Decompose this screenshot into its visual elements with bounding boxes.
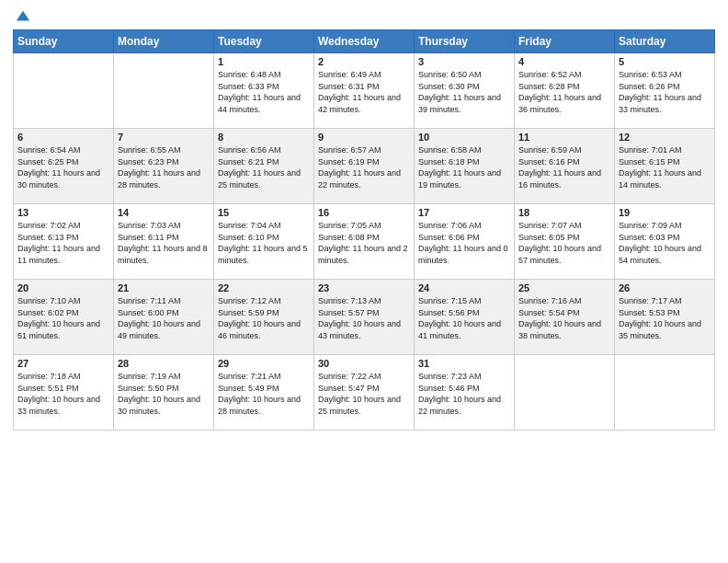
day-number: 4 — [518, 56, 610, 67]
calendar-cell — [515, 355, 615, 431]
week-row-3: 13Sunrise: 7:02 AM Sunset: 6:13 PM Dayli… — [14, 204, 715, 280]
logo-text — [13, 9, 31, 26]
day-number: 14 — [118, 207, 210, 218]
day-info: Sunrise: 7:09 AM Sunset: 6:03 PM Dayligh… — [619, 220, 711, 266]
day-info: Sunrise: 6:49 AM Sunset: 6:31 PM Dayligh… — [318, 69, 410, 115]
day-number: 3 — [418, 56, 510, 67]
header-saturday: Saturday — [615, 30, 715, 53]
day-info: Sunrise: 7:15 AM Sunset: 5:56 PM Dayligh… — [418, 295, 510, 341]
day-number: 21 — [118, 282, 210, 293]
day-info: Sunrise: 7:17 AM Sunset: 5:53 PM Dayligh… — [619, 295, 711, 341]
calendar-cell: 22Sunrise: 7:12 AM Sunset: 5:59 PM Dayli… — [214, 280, 314, 355]
header-thursday: Thursday — [415, 30, 515, 53]
day-info: Sunrise: 7:07 AM Sunset: 6:05 PM Dayligh… — [518, 220, 610, 266]
calendar-cell: 6Sunrise: 6:54 AM Sunset: 6:25 PM Daylig… — [14, 129, 114, 204]
calendar-cell: 5Sunrise: 6:53 AM Sunset: 6:26 PM Daylig… — [615, 53, 715, 129]
logo-icon — [15, 9, 31, 26]
calendar-cell: 13Sunrise: 7:02 AM Sunset: 6:13 PM Dayli… — [14, 204, 114, 280]
calendar-cell: 4Sunrise: 6:52 AM Sunset: 6:28 PM Daylig… — [515, 53, 615, 129]
day-info: Sunrise: 7:18 AM Sunset: 5:51 PM Dayligh… — [17, 371, 109, 417]
day-info: Sunrise: 6:56 AM Sunset: 6:21 PM Dayligh… — [218, 144, 310, 190]
calendar-cell — [14, 53, 114, 129]
day-number: 1 — [218, 56, 310, 67]
day-info: Sunrise: 7:05 AM Sunset: 6:08 PM Dayligh… — [318, 220, 410, 266]
day-info: Sunrise: 7:21 AM Sunset: 5:49 PM Dayligh… — [218, 371, 310, 417]
day-info: Sunrise: 7:03 AM Sunset: 6:11 PM Dayligh… — [118, 220, 210, 266]
day-number: 13 — [17, 207, 109, 218]
calendar-cell: 3Sunrise: 6:50 AM Sunset: 6:30 PM Daylig… — [415, 53, 515, 129]
day-number: 24 — [418, 282, 510, 293]
calendar-cell: 30Sunrise: 7:22 AM Sunset: 5:47 PM Dayli… — [314, 355, 415, 431]
header-friday: Friday — [515, 30, 615, 53]
calendar-cell: 19Sunrise: 7:09 AM Sunset: 6:03 PM Dayli… — [615, 204, 715, 280]
calendar-cell: 27Sunrise: 7:18 AM Sunset: 5:51 PM Dayli… — [14, 355, 114, 431]
day-number: 2 — [318, 56, 410, 67]
day-info: Sunrise: 7:11 AM Sunset: 6:00 PM Dayligh… — [118, 295, 210, 341]
day-number: 19 — [619, 207, 711, 218]
calendar-cell: 25Sunrise: 7:16 AM Sunset: 5:54 PM Dayli… — [515, 280, 615, 355]
logo — [13, 9, 31, 22]
calendar-cell: 18Sunrise: 7:07 AM Sunset: 6:05 PM Dayli… — [515, 204, 615, 280]
calendar-cell: 17Sunrise: 7:06 AM Sunset: 6:06 PM Dayli… — [415, 204, 515, 280]
header — [13, 9, 715, 22]
calendar-cell: 26Sunrise: 7:17 AM Sunset: 5:53 PM Dayli… — [615, 280, 715, 355]
calendar-cell: 20Sunrise: 7:10 AM Sunset: 6:02 PM Dayli… — [14, 280, 114, 355]
day-info: Sunrise: 7:06 AM Sunset: 6:06 PM Dayligh… — [418, 220, 510, 266]
week-row-2: 6Sunrise: 6:54 AM Sunset: 6:25 PM Daylig… — [14, 129, 715, 204]
day-info: Sunrise: 7:13 AM Sunset: 5:57 PM Dayligh… — [318, 295, 410, 341]
day-number: 20 — [17, 282, 109, 293]
day-number: 30 — [318, 358, 410, 369]
day-info: Sunrise: 7:04 AM Sunset: 6:10 PM Dayligh… — [218, 220, 310, 266]
day-number: 7 — [118, 132, 210, 143]
day-info: Sunrise: 6:57 AM Sunset: 6:19 PM Dayligh… — [318, 144, 410, 190]
calendar-page: SundayMondayTuesdayWednesdayThursdayFrid… — [0, 0, 728, 563]
calendar-cell: 21Sunrise: 7:11 AM Sunset: 6:00 PM Dayli… — [114, 280, 214, 355]
day-info: Sunrise: 6:52 AM Sunset: 6:28 PM Dayligh… — [518, 69, 610, 115]
day-info: Sunrise: 7:16 AM Sunset: 5:54 PM Dayligh… — [518, 295, 610, 341]
day-number: 10 — [418, 132, 510, 143]
day-number: 28 — [118, 358, 210, 369]
calendar-cell: 24Sunrise: 7:15 AM Sunset: 5:56 PM Dayli… — [415, 280, 515, 355]
calendar-cell: 31Sunrise: 7:23 AM Sunset: 5:46 PM Dayli… — [415, 355, 515, 431]
calendar-cell: 14Sunrise: 7:03 AM Sunset: 6:11 PM Dayli… — [114, 204, 214, 280]
calendar-cell: 29Sunrise: 7:21 AM Sunset: 5:49 PM Dayli… — [214, 355, 314, 431]
day-number: 31 — [418, 358, 510, 369]
day-number: 27 — [17, 358, 109, 369]
day-number: 26 — [619, 282, 711, 293]
calendar-cell: 10Sunrise: 6:58 AM Sunset: 6:18 PM Dayli… — [415, 129, 515, 204]
day-info: Sunrise: 6:50 AM Sunset: 6:30 PM Dayligh… — [418, 69, 510, 115]
day-number: 17 — [418, 207, 510, 218]
calendar-table: SundayMondayTuesdayWednesdayThursdayFrid… — [13, 29, 715, 431]
day-info: Sunrise: 6:58 AM Sunset: 6:18 PM Dayligh… — [418, 144, 510, 190]
calendar-cell — [114, 53, 214, 129]
calendar-cell: 28Sunrise: 7:19 AM Sunset: 5:50 PM Dayli… — [114, 355, 214, 431]
day-number: 9 — [318, 132, 410, 143]
calendar-cell: 7Sunrise: 6:55 AM Sunset: 6:23 PM Daylig… — [114, 129, 214, 204]
day-number: 22 — [218, 282, 310, 293]
day-number: 15 — [218, 207, 310, 218]
day-number: 6 — [17, 132, 109, 143]
day-number: 18 — [518, 207, 610, 218]
calendar-cell: 15Sunrise: 7:04 AM Sunset: 6:10 PM Dayli… — [214, 204, 314, 280]
calendar-cell: 11Sunrise: 6:59 AM Sunset: 6:16 PM Dayli… — [515, 129, 615, 204]
day-info: Sunrise: 7:12 AM Sunset: 5:59 PM Dayligh… — [218, 295, 310, 341]
day-number: 12 — [619, 132, 711, 143]
day-number: 23 — [318, 282, 410, 293]
day-info: Sunrise: 6:59 AM Sunset: 6:16 PM Dayligh… — [518, 144, 610, 190]
day-number: 16 — [318, 207, 410, 218]
header-wednesday: Wednesday — [314, 30, 415, 53]
day-info: Sunrise: 7:23 AM Sunset: 5:46 PM Dayligh… — [418, 371, 510, 417]
calendar-cell: 2Sunrise: 6:49 AM Sunset: 6:31 PM Daylig… — [314, 53, 415, 129]
week-row-1: 1Sunrise: 6:48 AM Sunset: 6:33 PM Daylig… — [14, 53, 715, 129]
calendar-cell: 12Sunrise: 7:01 AM Sunset: 6:15 PM Dayli… — [615, 129, 715, 204]
day-info: Sunrise: 7:22 AM Sunset: 5:47 PM Dayligh… — [318, 371, 410, 417]
day-number: 25 — [518, 282, 610, 293]
calendar-cell: 1Sunrise: 6:48 AM Sunset: 6:33 PM Daylig… — [214, 53, 314, 129]
header-monday: Monday — [114, 30, 214, 53]
week-row-4: 20Sunrise: 7:10 AM Sunset: 6:02 PM Dayli… — [14, 280, 715, 355]
calendar-cell: 8Sunrise: 6:56 AM Sunset: 6:21 PM Daylig… — [214, 129, 314, 204]
header-sunday: Sunday — [14, 30, 114, 53]
day-number: 5 — [619, 56, 711, 67]
svg-marker-0 — [17, 11, 29, 21]
day-number: 11 — [518, 132, 610, 143]
